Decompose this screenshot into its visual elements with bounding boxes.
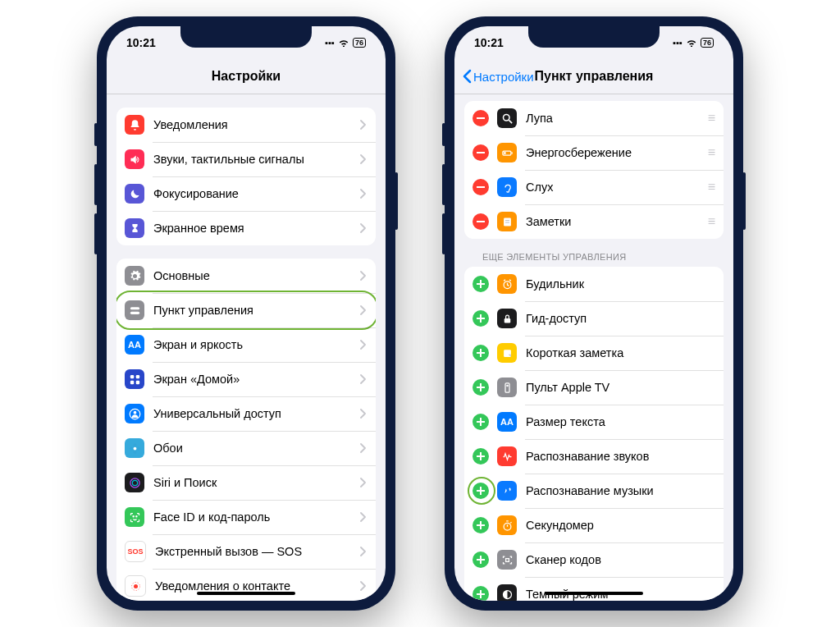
control-center-list[interactable]: Лупа≡Энергосбережение≡Слух≡Заметки≡ ЕЩЕ … <box>454 94 733 601</box>
status-time: 10:21 <box>474 36 504 49</box>
aa-icon: AA <box>125 335 144 355</box>
chevron-right-icon <box>360 443 366 453</box>
settings-row-exposure[interactable]: Уведомления о контакте <box>116 569 376 601</box>
add-button[interactable] <box>472 310 489 327</box>
control-row-scanner[interactable]: Сканер кодов <box>464 542 724 577</box>
svg-point-9 <box>133 443 136 446</box>
ear-icon <box>497 177 517 197</box>
chevron-right-icon <box>360 271 366 281</box>
more-controls-group: БудильникГид-доступКороткая заметкаПульт… <box>464 267 724 601</box>
back-button[interactable]: Настройки <box>463 69 534 84</box>
row-label: Экранное время <box>153 222 360 236</box>
row-label: Экран «Домой» <box>153 373 360 387</box>
svg-rect-25 <box>477 152 485 153</box>
settings-row-focus[interactable]: Фокусирование <box>116 176 376 211</box>
add-button[interactable] <box>472 379 489 396</box>
add-button[interactable] <box>472 276 489 292</box>
svg-point-13 <box>130 478 139 487</box>
add-button[interactable] <box>472 345 489 361</box>
remove-button[interactable] <box>472 110 489 126</box>
settings-row-faceid[interactable]: Face ID и код-пароль <box>116 500 376 534</box>
drag-handle-icon[interactable]: ≡ <box>708 180 714 195</box>
control-row-shazam[interactable]: Распознавание музыки <box>464 474 724 508</box>
row-label: Уведомления <box>153 118 360 132</box>
control-row-guided[interactable]: Гид-доступ <box>464 301 724 336</box>
remove-button[interactable] <box>472 213 489 230</box>
screen-left: 10:21 ▪▪▪ 76 Настройки УведомленияЗвуки,… <box>107 26 386 601</box>
more-controls-header: ЕЩЕ ЭЛЕМЕНТЫ УПРАВЛЕНИЯ <box>464 239 724 267</box>
control-row-quicknote[interactable]: Короткая заметка <box>464 336 724 370</box>
screen-right: 10:21 ▪▪▪ 76 Настройки Пункт управления … <box>454 26 733 601</box>
home-indicator[interactable] <box>545 592 643 596</box>
add-button[interactable] <box>472 586 489 601</box>
control-row-darkmode[interactable]: Темный режим <box>464 577 724 601</box>
page-title: Настройки <box>212 69 281 84</box>
control-row-textsize[interactable]: AAРазмер текста <box>464 405 724 439</box>
add-button[interactable] <box>472 483 489 499</box>
batt-low-icon <box>497 143 517 162</box>
svg-rect-5 <box>135 380 139 383</box>
remove-button[interactable] <box>472 144 489 161</box>
row-label: Распознавание звуков <box>526 450 714 464</box>
control-row-notes[interactable]: Заметки≡ <box>464 204 724 239</box>
control-row-lowpower[interactable]: Энергосбережение≡ <box>464 135 724 170</box>
drag-handle-icon[interactable]: ≡ <box>708 111 714 126</box>
svg-line-24 <box>509 120 512 123</box>
add-button[interactable] <box>472 517 489 533</box>
settings-row-notifications[interactable]: Уведомления <box>116 108 376 142</box>
drag-handle-icon[interactable]: ≡ <box>708 214 714 229</box>
gear-icon <box>125 266 144 286</box>
row-label: Лупа <box>526 112 708 126</box>
settings-row-display[interactable]: AAЭкран и яркость <box>116 327 376 362</box>
row-label: Слух <box>526 181 708 195</box>
svg-rect-2 <box>130 374 133 378</box>
chevron-right-icon <box>360 409 366 419</box>
settings-row-general[interactable]: Основные <box>116 259 376 293</box>
moon-icon <box>125 184 144 204</box>
settings-row-siri[interactable]: Siri и Поиск <box>116 465 376 500</box>
control-row-alarm[interactable]: Будильник <box>464 267 724 301</box>
status-indicators: ▪▪▪ 76 <box>673 38 714 48</box>
settings-row-home[interactable]: Экран «Домой» <box>116 362 376 396</box>
control-row-magnifier[interactable]: Лупа≡ <box>464 101 724 135</box>
add-button[interactable] <box>472 551 489 568</box>
svg-point-8 <box>133 446 136 450</box>
chevron-right-icon <box>360 547 366 556</box>
row-label: Экстренный вызов — SOS <box>155 545 360 559</box>
wave-icon <box>497 446 517 466</box>
settings-row-sos[interactable]: SOSЭкстренный вызов — SOS <box>116 534 376 569</box>
page-title: Пункт управления <box>535 69 654 84</box>
remove-button[interactable] <box>472 179 489 195</box>
settings-row-accessibility[interactable]: Универсальный доступ <box>116 396 376 431</box>
notch <box>180 26 312 48</box>
svg-point-23 <box>503 114 509 121</box>
settings-row-wallpaper[interactable]: Обои <box>116 431 376 465</box>
chevron-right-icon <box>360 374 366 384</box>
control-row-soundrec[interactable]: Распознавание звуков <box>464 439 724 474</box>
settings-row-sounds[interactable]: Звуки, тактильные сигналы <box>116 142 376 176</box>
control-row-stopwatch[interactable]: Секундомер <box>464 508 724 542</box>
cellular-icon: ▪▪▪ <box>325 38 335 48</box>
row-label: Face ID и код-пароль <box>153 510 360 524</box>
row-label: Заметки <box>526 215 708 229</box>
svg-rect-35 <box>480 280 482 288</box>
home-indicator[interactable] <box>197 592 295 596</box>
control-row-hearing[interactable]: Слух≡ <box>464 170 724 204</box>
settings-list[interactable]: УведомленияЗвуки, тактильные сигналыФоку… <box>107 94 386 601</box>
svg-point-10 <box>133 451 136 454</box>
stopwatch-icon <box>497 515 517 535</box>
shazam-icon <box>497 481 517 501</box>
svg-rect-4 <box>130 380 133 383</box>
settings-row-screentime[interactable]: Экранное время <box>116 211 376 245</box>
svg-rect-27 <box>511 152 512 154</box>
settings-row-control-center[interactable]: Пункт управления <box>116 293 376 327</box>
add-button[interactable] <box>472 448 489 465</box>
add-button[interactable] <box>472 414 489 430</box>
siri-icon <box>125 473 144 492</box>
drag-handle-icon[interactable]: ≡ <box>708 145 714 160</box>
settings-group-2: ОсновныеПункт управленияAAЭкран и яркост… <box>116 259 376 601</box>
control-row-appletv[interactable]: Пульт Apple TV <box>464 370 724 405</box>
svg-rect-57 <box>480 556 482 564</box>
settings-group-1: УведомленияЗвуки, тактильные сигналыФоку… <box>116 108 376 245</box>
row-label: Обои <box>153 442 360 455</box>
